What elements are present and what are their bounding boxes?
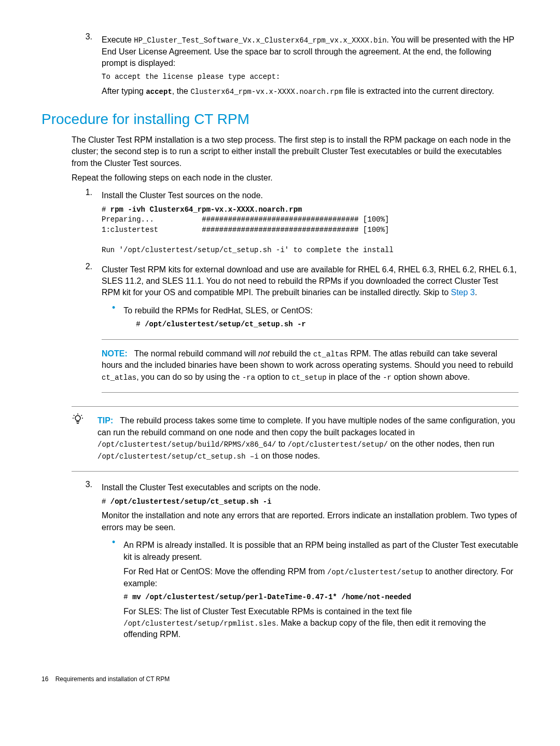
step-number: 1. [72, 187, 102, 258]
step-number: 3. [72, 31, 102, 101]
step-number: 2. [72, 261, 102, 400]
tip-block: TIP: The rebuild process takes some time… [72, 406, 519, 472]
step-text: Install the Cluster Test sources on the … [102, 190, 519, 201]
step-body: Cluster Test RPM kits for external downl… [102, 261, 519, 400]
step-text: Execute HP_Cluster_Test_Software_Vx.x_Cl… [102, 34, 519, 69]
license-prompt: To accept the license please type accept… [102, 72, 519, 82]
ct-step-2: 2. Cluster Test RPM kits for external do… [72, 261, 519, 400]
monitor-text: Monitor the installation and note any er… [102, 510, 519, 533]
intro-paragraph-1: The Cluster Test RPM installation is a t… [72, 134, 519, 169]
bullet-icon: • [112, 302, 123, 333]
ct-step-3: 3. Install the Cluster Test executables … [72, 479, 519, 644]
page-footer: 16 Requirements and installation of CT R… [41, 675, 519, 684]
after-accept-text: After typing accept, the Clusterx64_rpm-… [102, 86, 519, 98]
install-command: # /opt/clustertest/setup/ct_setup.sh -i [102, 497, 519, 507]
ct-step-1: 1. Install the Cluster Test sources on t… [72, 187, 519, 258]
note-text: NOTE: The normal rebuild command will no… [102, 348, 519, 383]
prev-step-3: 3. Execute HP_Cluster_Test_Software_Vx.x… [72, 31, 519, 101]
bullet-item: • An RPM is already installed. It is pos… [112, 536, 519, 644]
step-number: 3. [72, 479, 102, 644]
tip-lightbulb-icon [72, 412, 97, 465]
bullet-text: To rebuild the RPMs for RedHat, SLES, or… [123, 305, 519, 316]
step-text: Cluster Test RPM kits for external downl… [102, 264, 519, 299]
intro-paragraph-2: Repeat the following steps on each node … [72, 172, 519, 184]
step-text: Install the Cluster Test executables and… [102, 482, 519, 493]
step3-link[interactable]: Step 3 [451, 288, 475, 297]
footer-title: Requirements and installation of CT RPM [55, 675, 170, 683]
bullet-item: • To rebuild the RPMs for RedHat, SLES, … [112, 302, 519, 333]
step-body: Install the Cluster Test executables and… [102, 479, 519, 644]
rpm-already-installed: An RPM is already installed. It is possi… [123, 540, 519, 563]
step-body: Execute HP_Cluster_Test_Software_Vx.x_Cl… [102, 31, 519, 101]
sles-instruction: For SLES: The list of Cluster Test Execu… [123, 606, 519, 641]
tip-text: TIP: The rebuild process takes some time… [97, 415, 519, 462]
rpm-install-output: # rpm -ivh Clusterx64_rpm-vx.x-XXXX.noar… [102, 205, 519, 256]
step-body: Install the Cluster Test sources on the … [102, 187, 519, 258]
rebuild-command: # /opt/clustertest/setup/ct_setup.sh -r [136, 320, 519, 330]
svg-line-2 [74, 415, 75, 416]
svg-line-3 [81, 415, 82, 416]
page-number: 16 [41, 675, 48, 683]
section-title: Procedure for installing CT RPM [41, 109, 519, 129]
mv-command: # mv /opt/clustertest/setup/perl-DateTim… [123, 592, 519, 603]
bullet-icon: • [112, 536, 123, 644]
redhat-instruction: For Red Hat or CentOS: Move the offendin… [123, 566, 519, 589]
note-label: NOTE: [102, 349, 128, 358]
note-block: NOTE: The normal rebuild command will no… [102, 339, 519, 393]
tip-label: TIP: [97, 416, 113, 425]
svg-point-0 [75, 416, 80, 421]
